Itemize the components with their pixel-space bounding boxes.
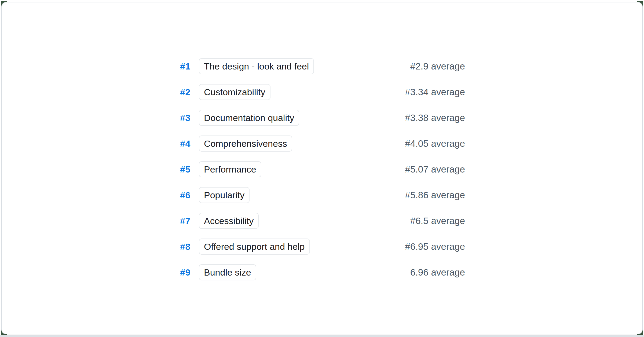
ranking-row: #2 Customizability #3.34 average xyxy=(180,84,465,100)
bottom-page-strip xyxy=(0,335,644,337)
ranked-option-label: Documentation quality xyxy=(204,113,294,123)
average-rank-value: 6.96 average xyxy=(410,267,465,278)
ranked-option-label: Offered support and help xyxy=(204,241,305,252)
ranked-option-label: Bundle size xyxy=(204,267,251,278)
ranked-option-chip[interactable]: Comprehensiveness xyxy=(199,135,292,152)
ranking-row: #6 Popularity #5.86 average xyxy=(180,187,465,203)
ranked-option-label: Popularity xyxy=(204,190,244,200)
ranked-option-chip[interactable]: Popularity xyxy=(199,187,250,203)
ranking-row: #5 Performance #5.07 average xyxy=(180,161,465,177)
ranked-option-label: The design - look and feel xyxy=(204,61,309,72)
ranking-row: #8 Offered support and help #6.95 averag… xyxy=(180,239,465,255)
rank-badge: #8 xyxy=(180,241,199,252)
ranking-row: #3 Documentation quality #3.38 average xyxy=(180,110,465,126)
ranking-row: #7 Accessibility #6.5 average xyxy=(180,213,465,229)
rank-badge: #6 xyxy=(180,190,199,200)
rank-badge: #9 xyxy=(180,267,199,278)
ranking-results-list: #1 The design - look and feel #2.9 avera… xyxy=(180,58,465,290)
average-rank-value: #6.5 average xyxy=(410,215,465,226)
average-rank-value: #5.86 average xyxy=(405,190,465,200)
ranked-option-chip[interactable]: The design - look and feel xyxy=(199,58,314,74)
ranked-option-chip[interactable]: Bundle size xyxy=(199,264,256,280)
ranked-option-label: Customizability xyxy=(204,87,265,97)
rank-badge: #3 xyxy=(180,113,199,123)
average-rank-value: #3.38 average xyxy=(405,112,465,123)
rank-badge: #5 xyxy=(180,164,199,175)
ranked-option-label: Performance xyxy=(204,164,256,175)
rank-badge: #1 xyxy=(180,61,199,72)
ranked-option-chip[interactable]: Offered support and help xyxy=(199,239,310,255)
ranked-option-chip[interactable]: Documentation quality xyxy=(199,110,299,126)
average-rank-value: #3.34 average xyxy=(405,87,465,97)
average-rank-value: #2.9 average xyxy=(410,61,465,72)
results-card: #1 The design - look and feel #2.9 avera… xyxy=(1,2,643,334)
ranked-option-chip[interactable]: Customizability xyxy=(199,84,270,100)
ranking-row: #4 Comprehensiveness #4.05 average xyxy=(180,135,465,152)
ranked-option-chip[interactable]: Performance xyxy=(199,161,261,177)
average-rank-value: #5.07 average xyxy=(405,164,465,175)
ranked-option-chip[interactable]: Accessibility xyxy=(199,213,259,229)
rank-badge: #7 xyxy=(180,216,199,226)
average-rank-value: #6.95 average xyxy=(405,241,465,252)
ranked-option-label: Accessibility xyxy=(204,216,254,226)
rank-badge: #4 xyxy=(180,138,199,149)
ranked-option-label: Comprehensiveness xyxy=(204,138,287,149)
ranking-row: #9 Bundle size 6.96 average xyxy=(180,264,465,280)
ranking-row: #1 The design - look and feel #2.9 avera… xyxy=(180,58,465,74)
average-rank-value: #4.05 average xyxy=(405,138,465,149)
rank-badge: #2 xyxy=(180,87,199,97)
